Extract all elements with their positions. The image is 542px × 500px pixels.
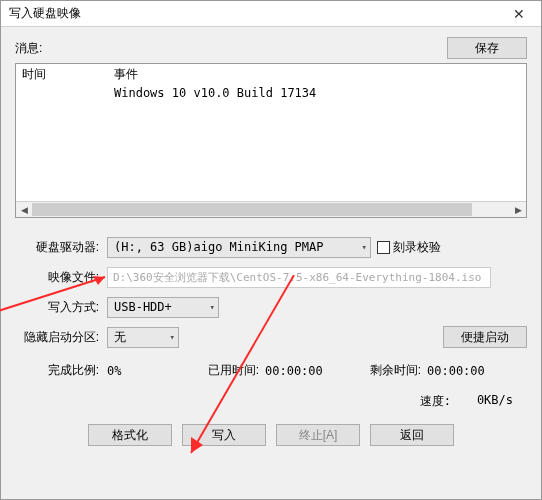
percent-value: 0% xyxy=(107,364,195,378)
remaining-value: 00:00:00 xyxy=(427,364,485,378)
drive-dropdown[interactable]: (H:, 63 GB)aigo MiniKing PMAP ▾ xyxy=(107,237,371,258)
log-box: 时间 事件 Windows 10 v10.0 Build 17134 ◀ ▶ xyxy=(15,63,527,218)
hide-partition-label: 隐藏启动分区: xyxy=(15,329,107,346)
percent-label: 完成比例: xyxy=(15,362,107,379)
write-mode-value: USB-HDD+ xyxy=(114,300,172,314)
speed-row: 速度: 0KB/s xyxy=(15,393,527,410)
format-button[interactable]: 格式化 xyxy=(88,424,172,446)
drive-label: 硬盘驱动器: xyxy=(15,239,107,256)
hide-partition-value: 无 xyxy=(114,329,126,346)
verify-checkbox-wrap[interactable]: 刻录校验 xyxy=(377,239,441,256)
hide-partition-dropdown[interactable]: 无 ▾ xyxy=(107,327,179,348)
write-mode-label: 写入方式: xyxy=(15,299,107,316)
elapsed-label: 已用时间: xyxy=(195,362,265,379)
close-button[interactable]: ✕ xyxy=(505,4,533,24)
col-header-event: 事件 xyxy=(114,66,526,83)
write-mode-dropdown[interactable]: USB-HDD+ ▾ xyxy=(107,297,219,318)
verify-checkbox[interactable] xyxy=(377,241,390,254)
scroll-right-icon[interactable]: ▶ xyxy=(510,202,526,217)
col-header-time: 时间 xyxy=(22,66,114,83)
info-label: 消息: xyxy=(15,40,42,57)
scroll-track[interactable] xyxy=(32,202,510,217)
log-event-cell: Windows 10 v10.0 Build 17134 xyxy=(114,86,526,100)
image-label: 映像文件: xyxy=(15,269,107,286)
horizontal-scrollbar[interactable]: ◀ ▶ xyxy=(16,201,526,217)
back-button[interactable]: 返回 xyxy=(370,424,454,446)
window-title: 写入硬盘映像 xyxy=(9,5,81,22)
convenient-boot-button[interactable]: 便捷启动 xyxy=(443,326,527,348)
chevron-down-icon: ▾ xyxy=(206,302,215,312)
form-area: 硬盘驱动器: (H:, 63 GB)aigo MiniKing PMAP ▾ 刻… xyxy=(15,236,527,356)
verify-label: 刻录校验 xyxy=(393,239,441,256)
button-bar: 格式化 写入 终止[A] 返回 xyxy=(15,424,527,446)
save-button[interactable]: 保存 xyxy=(447,37,527,59)
elapsed-value: 00:00:00 xyxy=(265,364,353,378)
speed-value: 0KB/s xyxy=(477,393,513,410)
log-body: Windows 10 v10.0 Build 17134 xyxy=(16,84,526,201)
remaining-label: 剩余时间: xyxy=(353,362,427,379)
titlebar: 写入硬盘映像 ✕ xyxy=(1,1,541,27)
stats-row: 完成比例: 0% 已用时间: 00:00:00 剩余时间: 00:00:00 xyxy=(15,362,527,379)
abort-button[interactable]: 终止[A] xyxy=(276,424,360,446)
write-button[interactable]: 写入 xyxy=(182,424,266,446)
log-header: 时间 事件 xyxy=(16,64,526,84)
image-file-field[interactable]: D:\360安全浏览器下载\CentOS-7.5-x86_64-Everythi… xyxy=(107,267,491,288)
drive-value: (H:, 63 GB)aigo MiniKing PMAP xyxy=(114,240,324,254)
chevron-down-icon: ▾ xyxy=(166,332,175,342)
content-area: 消息: 保存 时间 事件 Windows 10 v10.0 Build 1713… xyxy=(1,27,541,499)
close-icon: ✕ xyxy=(513,6,525,22)
chevron-down-icon: ▾ xyxy=(358,242,367,252)
scroll-thumb[interactable] xyxy=(32,203,472,216)
speed-label: 速度: xyxy=(420,393,451,410)
log-row: Windows 10 v10.0 Build 17134 xyxy=(22,84,526,102)
dialog-window: 写入硬盘映像 ✕ 消息: 保存 时间 事件 Windows 10 v10.0 B… xyxy=(0,0,542,500)
scroll-left-icon[interactable]: ◀ xyxy=(16,202,32,217)
